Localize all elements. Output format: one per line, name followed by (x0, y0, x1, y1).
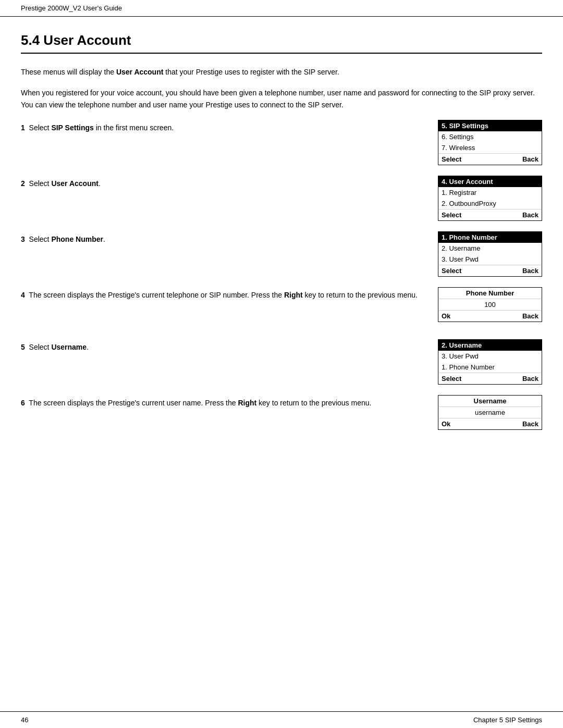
step-row-6: 6 The screen displays the Prestige's cur… (21, 395, 542, 442)
step-1-number: 1 (21, 124, 25, 132)
step-2-menu-footer: Select Back (438, 209, 542, 220)
step-6-display-value: username (438, 407, 542, 418)
step-3-bold: Phone Number (51, 235, 103, 243)
step-4-bold: Right (284, 291, 303, 299)
step-6-ok: Ok (442, 420, 450, 428)
step-2-number: 2 (21, 179, 25, 188)
step-5-bold: Username (51, 343, 87, 351)
step-3-menu-select: Select (442, 267, 461, 275)
step-2-menu: 4. User Account 1. Registrar 2. Outbound… (438, 176, 542, 221)
footer-chapter: Chapter 5 SIP Settings (473, 716, 542, 724)
step-1-menu-back: Back (522, 155, 538, 163)
header-title: Prestige 2000W_V2 User's Guide (21, 4, 122, 12)
step-row-1: 1 Select SIP Settings in the first menu … (21, 120, 542, 170)
step-4-display-value: 100 (438, 299, 542, 310)
step-3-number: 3 (21, 235, 25, 243)
step-4-ok: Ok (442, 312, 450, 320)
step-row-5: 5 Select Username. 2. Username 3. User P… (21, 339, 542, 390)
step-1-menu-item-1: 6. Settings (438, 131, 542, 142)
step-4-text: 4 The screen displays the Prestige's cur… (21, 287, 438, 301)
step-6-number: 6 (21, 399, 25, 407)
step-3-menu-back: Back (522, 267, 538, 275)
step-3-menu-item-1: 2. Username (438, 243, 542, 254)
step-row-4: 4 The screen displays the Prestige's cur… (21, 287, 542, 334)
step-2-bold: User Account (51, 179, 99, 188)
footer-page-number: 46 (21, 716, 28, 724)
step-6-display-footer: Ok Back (438, 418, 542, 429)
steps-area: 1 Select SIP Settings in the first menu … (21, 120, 542, 447)
step-6-display-title: Username (438, 396, 542, 407)
step-4-display-title: Phone Number (438, 288, 542, 299)
step-6-bold: Right (238, 399, 256, 407)
step-1-menu: 5. SIP Settings 6. Settings 7. Wireless … (438, 120, 542, 165)
step-row-3: 3 Select Phone Number. 1. Phone Number 2… (21, 231, 542, 282)
step-1-menu-item-2: 7. Wireless (438, 142, 542, 153)
step-3-menu-item-2: 3. User Pwd (438, 254, 542, 265)
step-4-back: Back (522, 312, 538, 320)
step-row-2: 2 Select User Account. 4. User Account 1… (21, 176, 542, 226)
step-1-menu-select: Select (442, 155, 461, 163)
step-5-menu-back: Back (522, 375, 538, 382)
step-6-back: Back (522, 420, 538, 428)
step-4-display-footer: Ok Back (438, 310, 542, 322)
step-1-menu-highlighted: 5. SIP Settings (438, 120, 542, 131)
step-5-menu-footer: Select Back (438, 373, 542, 384)
intro-paragraph-2: When you registered for your voice accou… (21, 87, 542, 110)
header-bar: Prestige 2000W_V2 User's Guide (0, 0, 563, 17)
step-2-menu-highlighted: 4. User Account (438, 176, 542, 187)
step-5-menu-item-2: 1. Phone Number (438, 362, 542, 373)
step-4-number: 4 (21, 291, 25, 299)
step-5-menu: 2. Username 3. User Pwd 1. Phone Number … (438, 339, 542, 385)
intro-paragraph-1: These menus will display the User Accoun… (21, 66, 542, 78)
page-title: 5.4 User Account (21, 32, 542, 54)
step-5-text: 5 Select Username. (21, 339, 438, 353)
step-2-menu-item-2: 2. OutboundProxy (438, 198, 542, 209)
step-2-menu-select: Select (442, 211, 461, 219)
step-6-display: Username username Ok Back (438, 395, 542, 430)
main-content: 5.4 User Account These menus will displa… (0, 17, 563, 478)
step-1-bold: SIP Settings (51, 124, 93, 132)
step-5-number: 5 (21, 343, 25, 351)
step-3-menu: 1. Phone Number 2. Username 3. User Pwd … (438, 231, 542, 277)
step-5-menu-select: Select (442, 375, 461, 382)
step-6-text: 6 The screen displays the Prestige's cur… (21, 395, 438, 409)
step-2-menu-back: Back (522, 211, 538, 219)
step-3-text: 3 Select Phone Number. (21, 231, 438, 245)
step-1-menu-footer: Select Back (438, 153, 542, 165)
step-2-text: 2 Select User Account. (21, 176, 438, 189)
footer-bar: 46 Chapter 5 SIP Settings (0, 711, 563, 728)
intro-bold-1: User Account (116, 68, 164, 76)
step-4-display: Phone Number 100 Ok Back (438, 287, 542, 322)
step-1-text: 1 Select SIP Settings in the first menu … (21, 120, 438, 133)
step-3-menu-highlighted: 1. Phone Number (438, 232, 542, 243)
step-5-menu-item-1: 3. User Pwd (438, 351, 542, 362)
step-5-menu-highlighted: 2. Username (438, 340, 542, 351)
step-3-menu-footer: Select Back (438, 265, 542, 276)
step-2-menu-item-1: 1. Registrar (438, 187, 542, 198)
